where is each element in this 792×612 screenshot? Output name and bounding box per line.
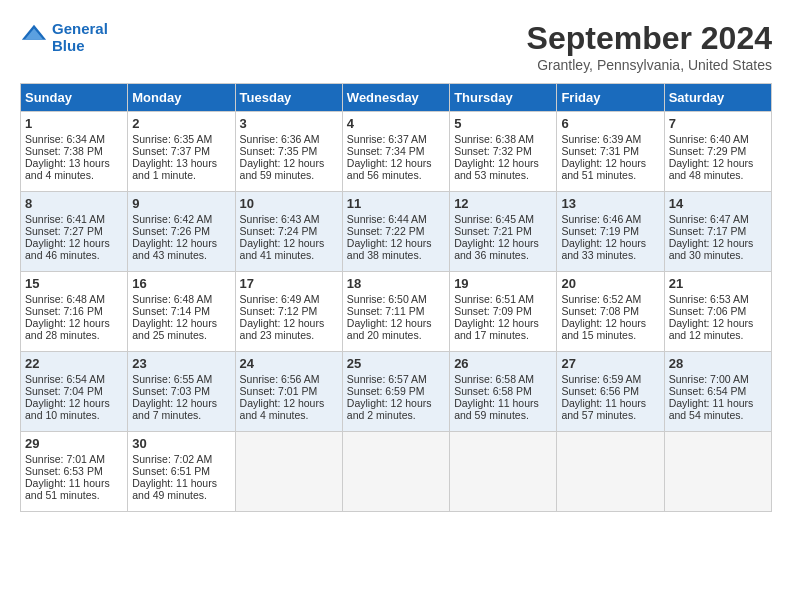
sunrise: Sunrise: 6:45 AM	[454, 213, 534, 225]
calendar-cell: 9Sunrise: 6:42 AMSunset: 7:26 PMDaylight…	[128, 192, 235, 272]
daylight: Daylight: 12 hours and 28 minutes.	[25, 317, 110, 341]
day-number: 17	[240, 276, 338, 291]
day-number: 24	[240, 356, 338, 371]
sunrise: Sunrise: 6:37 AM	[347, 133, 427, 145]
sunrise: Sunrise: 6:53 AM	[669, 293, 749, 305]
sunrise: Sunrise: 6:36 AM	[240, 133, 320, 145]
daylight: Daylight: 11 hours and 57 minutes.	[561, 397, 646, 421]
calendar-cell: 14Sunrise: 6:47 AMSunset: 7:17 PMDayligh…	[664, 192, 771, 272]
sunset: Sunset: 7:27 PM	[25, 225, 103, 237]
daylight: Daylight: 12 hours and 36 minutes.	[454, 237, 539, 261]
calendar-cell: 18Sunrise: 6:50 AMSunset: 7:11 PMDayligh…	[342, 272, 449, 352]
sunrise: Sunrise: 6:34 AM	[25, 133, 105, 145]
column-header-thursday: Thursday	[450, 84, 557, 112]
sunrise: Sunrise: 6:40 AM	[669, 133, 749, 145]
day-number: 30	[132, 436, 230, 451]
calendar-cell: 28Sunrise: 7:00 AMSunset: 6:54 PMDayligh…	[664, 352, 771, 432]
day-number: 21	[669, 276, 767, 291]
daylight: Daylight: 12 hours and 2 minutes.	[347, 397, 432, 421]
daylight: Daylight: 12 hours and 10 minutes.	[25, 397, 110, 421]
header-row: SundayMondayTuesdayWednesdayThursdayFrid…	[21, 84, 772, 112]
daylight: Daylight: 13 hours and 4 minutes.	[25, 157, 110, 181]
day-number: 29	[25, 436, 123, 451]
sunset: Sunset: 7:19 PM	[561, 225, 639, 237]
calendar-cell: 17Sunrise: 6:49 AMSunset: 7:12 PMDayligh…	[235, 272, 342, 352]
calendar-cell: 15Sunrise: 6:48 AMSunset: 7:16 PMDayligh…	[21, 272, 128, 352]
sunrise: Sunrise: 6:54 AM	[25, 373, 105, 385]
title-block: September 2024 Grantley, Pennsylvania, U…	[527, 20, 772, 73]
calendar-cell: 13Sunrise: 6:46 AMSunset: 7:19 PMDayligh…	[557, 192, 664, 272]
column-header-saturday: Saturday	[664, 84, 771, 112]
sunset: Sunset: 6:54 PM	[669, 385, 747, 397]
daylight: Daylight: 12 hours and 43 minutes.	[132, 237, 217, 261]
daylight: Daylight: 12 hours and 17 minutes.	[454, 317, 539, 341]
sunset: Sunset: 7:06 PM	[669, 305, 747, 317]
sunset: Sunset: 7:37 PM	[132, 145, 210, 157]
sunset: Sunset: 6:58 PM	[454, 385, 532, 397]
day-number: 9	[132, 196, 230, 211]
logo-text: General Blue	[52, 20, 108, 54]
day-number: 3	[240, 116, 338, 131]
daylight: Daylight: 12 hours and 48 minutes.	[669, 157, 754, 181]
day-number: 8	[25, 196, 123, 211]
day-number: 16	[132, 276, 230, 291]
day-number: 27	[561, 356, 659, 371]
day-number: 23	[132, 356, 230, 371]
calendar-cell: 26Sunrise: 6:58 AMSunset: 6:58 PMDayligh…	[450, 352, 557, 432]
daylight: Daylight: 11 hours and 59 minutes.	[454, 397, 539, 421]
calendar-cell: 10Sunrise: 6:43 AMSunset: 7:24 PMDayligh…	[235, 192, 342, 272]
day-number: 20	[561, 276, 659, 291]
sunrise: Sunrise: 6:48 AM	[132, 293, 212, 305]
calendar-cell: 23Sunrise: 6:55 AMSunset: 7:03 PMDayligh…	[128, 352, 235, 432]
calendar-cell: 24Sunrise: 6:56 AMSunset: 7:01 PMDayligh…	[235, 352, 342, 432]
daylight: Daylight: 12 hours and 20 minutes.	[347, 317, 432, 341]
calendar-cell	[342, 432, 449, 512]
sunrise: Sunrise: 6:55 AM	[132, 373, 212, 385]
daylight: Daylight: 12 hours and 4 minutes.	[240, 397, 325, 421]
day-number: 26	[454, 356, 552, 371]
daylight: Daylight: 12 hours and 51 minutes.	[561, 157, 646, 181]
daylight: Daylight: 12 hours and 59 minutes.	[240, 157, 325, 181]
calendar-cell	[235, 432, 342, 512]
sunset: Sunset: 7:14 PM	[132, 305, 210, 317]
calendar-cell	[664, 432, 771, 512]
column-header-sunday: Sunday	[21, 84, 128, 112]
daylight: Daylight: 12 hours and 30 minutes.	[669, 237, 754, 261]
calendar-cell: 8Sunrise: 6:41 AMSunset: 7:27 PMDaylight…	[21, 192, 128, 272]
daylight: Daylight: 11 hours and 54 minutes.	[669, 397, 754, 421]
calendar-cell: 7Sunrise: 6:40 AMSunset: 7:29 PMDaylight…	[664, 112, 771, 192]
sunrise: Sunrise: 7:00 AM	[669, 373, 749, 385]
column-header-tuesday: Tuesday	[235, 84, 342, 112]
sunset: Sunset: 7:09 PM	[454, 305, 532, 317]
sunrise: Sunrise: 6:52 AM	[561, 293, 641, 305]
sunrise: Sunrise: 6:46 AM	[561, 213, 641, 225]
sunset: Sunset: 7:04 PM	[25, 385, 103, 397]
daylight: Daylight: 12 hours and 53 minutes.	[454, 157, 539, 181]
sunset: Sunset: 6:56 PM	[561, 385, 639, 397]
daylight: Daylight: 12 hours and 56 minutes.	[347, 157, 432, 181]
daylight: Daylight: 12 hours and 7 minutes.	[132, 397, 217, 421]
column-header-wednesday: Wednesday	[342, 84, 449, 112]
calendar-cell: 11Sunrise: 6:44 AMSunset: 7:22 PMDayligh…	[342, 192, 449, 272]
day-number: 7	[669, 116, 767, 131]
daylight: Daylight: 11 hours and 51 minutes.	[25, 477, 110, 501]
day-number: 22	[25, 356, 123, 371]
calendar-week-3: 15Sunrise: 6:48 AMSunset: 7:16 PMDayligh…	[21, 272, 772, 352]
sunset: Sunset: 7:22 PM	[347, 225, 425, 237]
daylight: Daylight: 12 hours and 12 minutes.	[669, 317, 754, 341]
sunrise: Sunrise: 6:43 AM	[240, 213, 320, 225]
sunrise: Sunrise: 6:59 AM	[561, 373, 641, 385]
sunrise: Sunrise: 6:57 AM	[347, 373, 427, 385]
day-number: 1	[25, 116, 123, 131]
sunrise: Sunrise: 6:39 AM	[561, 133, 641, 145]
calendar-week-1: 1Sunrise: 6:34 AMSunset: 7:38 PMDaylight…	[21, 112, 772, 192]
sunset: Sunset: 7:17 PM	[669, 225, 747, 237]
sunrise: Sunrise: 6:56 AM	[240, 373, 320, 385]
sunset: Sunset: 6:51 PM	[132, 465, 210, 477]
day-number: 6	[561, 116, 659, 131]
daylight: Daylight: 12 hours and 38 minutes.	[347, 237, 432, 261]
daylight: Daylight: 12 hours and 33 minutes.	[561, 237, 646, 261]
sunrise: Sunrise: 6:49 AM	[240, 293, 320, 305]
location: Grantley, Pennsylvania, United States	[527, 57, 772, 73]
sunrise: Sunrise: 6:35 AM	[132, 133, 212, 145]
